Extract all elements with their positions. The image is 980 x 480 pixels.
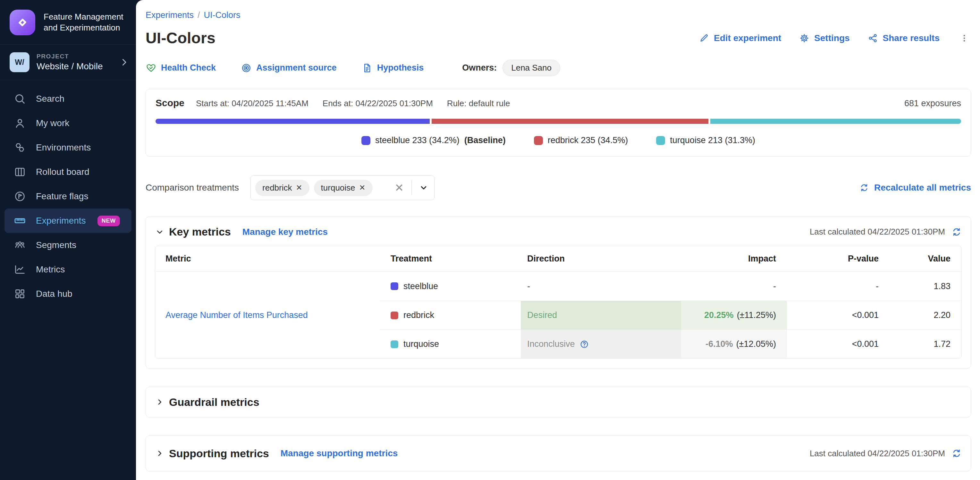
direction-cell: - <box>521 272 681 301</box>
owner-pill[interactable]: Lena Sano <box>503 60 560 76</box>
impact-cell: 20.25%(±11.25%) <box>681 301 787 330</box>
assignment-source-label: Assignment source <box>256 63 337 73</box>
hypothesis-label: Hypothesis <box>377 63 424 73</box>
manage-key-metrics-link[interactable]: Manage key metrics <box>242 227 328 237</box>
breadcrumb-experiments-link[interactable]: Experiments <box>146 10 194 20</box>
sidebar-item-label: Feature flags <box>36 191 88 201</box>
sidebar: Feature Management and Experimentation W… <box>0 0 136 480</box>
main-content: Experiments / UI-Colors UI-Colors Edit e… <box>136 0 980 480</box>
heart-check-icon <box>146 62 156 73</box>
sidebar-item-rollout-board[interactable]: Rollout board <box>5 160 132 184</box>
recalculate-all-metrics-button[interactable]: Recalculate all metrics <box>859 183 971 193</box>
settings-button[interactable]: Settings <box>799 33 850 43</box>
treatment-chip-redbrick[interactable]: redbrick ✕ <box>255 180 309 196</box>
grid-icon <box>13 287 26 300</box>
breadcrumb-current-link[interactable]: UI-Colors <box>204 10 240 20</box>
refresh-icon <box>859 183 869 193</box>
distribution-segment-turquoise <box>710 119 961 124</box>
treatment-chip-turquoise[interactable]: turquoise ✕ <box>314 180 372 196</box>
col-header-metric: Metric <box>155 246 380 272</box>
app-title: Feature Management and Experimentation <box>44 11 126 33</box>
treatment-color-chip <box>391 282 398 290</box>
assignment-source-link[interactable]: Assignment source <box>241 62 337 73</box>
edit-experiment-button[interactable]: Edit experiment <box>699 33 781 43</box>
project-avatar: W/ <box>10 52 30 72</box>
legend-color-chip <box>534 136 543 145</box>
health-check-link[interactable]: Health Check <box>146 62 216 73</box>
app-logo-row: Feature Management and Experimentation <box>0 0 136 45</box>
help-circle-icon[interactable] <box>579 340 589 349</box>
legend-color-chip <box>361 136 371 145</box>
impact-cell: - <box>681 272 787 301</box>
sidebar-item-label: Rollout board <box>36 167 89 177</box>
hypothesis-link[interactable]: Hypothesis <box>362 62 424 73</box>
sidebar-item-search[interactable]: Search <box>5 87 132 111</box>
more-options-kebab-icon[interactable] <box>958 32 971 44</box>
sidebar-item-metrics[interactable]: Metrics <box>5 257 132 282</box>
pvalue-cell: - <box>787 272 889 301</box>
project-kicker: PROJECT <box>37 53 103 60</box>
legend-item-redbrick: redbrick 235 (34.5%) <box>534 136 628 145</box>
chevron-right-icon <box>119 57 129 67</box>
flag-circle-icon <box>13 190 26 203</box>
manage-supporting-metrics-link[interactable]: Manage supporting metrics <box>281 448 398 459</box>
treatment-cell-turquoise: turquoise <box>380 330 521 359</box>
share-results-label: Share results <box>883 33 940 43</box>
exposures-count: 681 exposures <box>904 99 961 108</box>
comparison-treatments-select[interactable]: redbrick ✕ turquoise ✕ ✕ <box>250 175 434 200</box>
legend-item-turquoise: turquoise 213 (31.3%) <box>656 136 755 145</box>
people-icon <box>13 239 26 252</box>
hexagons-icon <box>13 141 26 154</box>
recalculate-label: Recalculate all metrics <box>874 183 971 193</box>
legend-color-chip <box>656 136 665 145</box>
pvalue-cell: <0.001 <box>787 330 889 359</box>
refresh-icon[interactable] <box>951 227 962 237</box>
breadcrumb: Experiments / UI-Colors <box>146 10 971 20</box>
board-columns-icon <box>13 166 26 179</box>
remove-chip-icon[interactable]: ✕ <box>296 183 302 192</box>
collapse-chevron-down-icon[interactable] <box>155 227 164 237</box>
sidebar-item-label: Segments <box>36 240 76 250</box>
col-header-treatment: Treatment <box>380 246 521 272</box>
col-header-value: Value <box>889 246 961 272</box>
sidebar-item-segments[interactable]: Segments <box>5 233 132 257</box>
sidebar-item-experiments[interactable]: Experiments NEW <box>5 209 132 233</box>
last-calculated-text: Last calculated 04/22/2025 01:30PM <box>810 448 945 459</box>
scope-starts: Starts at: 04/20/2025 11:45AM <box>196 99 309 108</box>
sidebar-item-my-work[interactable]: My work <box>5 111 132 136</box>
sidebar-item-label: Environments <box>36 142 91 153</box>
clear-select-icon[interactable]: ✕ <box>391 181 407 194</box>
sidebar-item-feature-flags[interactable]: Feature flags <box>5 184 132 209</box>
collapse-chevron-right-icon[interactable] <box>155 448 164 458</box>
collapse-chevron-right-icon[interactable] <box>155 397 164 407</box>
settings-label: Settings <box>814 33 850 43</box>
pvalue-cell: <0.001 <box>787 301 889 330</box>
distribution-legend: steelblue 233 (34.2%) (Baseline) redbric… <box>156 136 961 145</box>
breadcrumb-separator: / <box>197 10 200 20</box>
pencil-icon <box>699 33 709 43</box>
project-switcher[interactable]: W/ PROJECT Website / Mobile <box>0 45 136 80</box>
metric-cell: Average Number of Items Purchased <box>155 272 380 359</box>
supporting-metrics-title: Supporting metrics <box>169 447 269 460</box>
impact-cell: -6.10%(±12.05%) <box>681 330 787 359</box>
col-header-impact: Impact <box>681 246 787 272</box>
scope-card: Scope Starts at: 04/20/2025 11:45AM Ends… <box>146 89 971 156</box>
sidebar-item-label: Data hub <box>36 289 73 299</box>
remove-chip-icon[interactable]: ✕ <box>359 183 366 192</box>
key-metrics-card: Key metrics Manage key metrics Last calc… <box>146 216 971 369</box>
col-header-pvalue: P-value <box>787 246 889 272</box>
refresh-icon[interactable] <box>951 448 962 459</box>
value-cell: 1.83 <box>889 272 961 301</box>
search-icon <box>13 92 26 105</box>
chevron-down-icon[interactable] <box>416 183 428 193</box>
scope-title: Scope <box>156 97 185 108</box>
split-logo-icon <box>10 10 35 35</box>
sidebar-item-data-hub[interactable]: Data hub <box>5 282 132 306</box>
project-name: Website / Mobile <box>37 61 103 72</box>
comparison-treatments-label: Comparison treatments <box>146 183 239 193</box>
sidebar-nav: Search My work Environments Rollout boar… <box>0 80 136 313</box>
direction-cell-inconclusive: Inconclusive <box>521 330 681 359</box>
metric-name-link[interactable]: Average Number of Items Purchased <box>165 310 308 320</box>
sidebar-item-environments[interactable]: Environments <box>5 136 132 160</box>
share-results-button[interactable]: Share results <box>868 33 940 43</box>
